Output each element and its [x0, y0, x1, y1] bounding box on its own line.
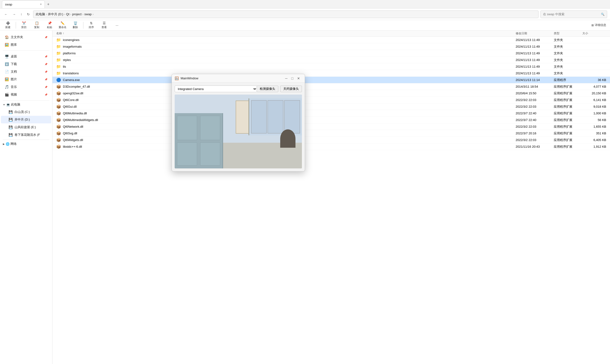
table-row[interactable]: 📁 platforms 2024/11/13 11:49 文件夹 [52, 50, 610, 57]
dll-icon: 📦 [56, 138, 61, 142]
popup-title: MainWindow [181, 77, 283, 80]
sort-button[interactable]: ⇅ 排序 [85, 21, 97, 30]
home-icon: 🏠 [5, 35, 9, 39]
sidebar-item-music-label: 音乐 [11, 85, 17, 89]
tab-close-button[interactable]: × [40, 3, 42, 6]
sidebar-item-videos[interactable]: 🎬 视频 📌 [1, 91, 51, 98]
desktop-icon: 🖥️ [5, 54, 9, 58]
table-row[interactable]: 📁 tls 2024/11/13 11:49 文件夹 [52, 63, 610, 70]
table-row[interactable]: 📁 translations 2024/11/13 11:49 文件夹 [52, 70, 610, 77]
view-button[interactable]: ☰ 查看 [98, 21, 110, 30]
file-date: 2024/11/13 11:49 [516, 52, 554, 55]
folder-icon: 📁 [56, 58, 61, 62]
sidebar-pinned-section: 🏠 主文件夹 📌 🖼️ 图库 [0, 32, 52, 50]
delete-label: 删除 [73, 26, 78, 29]
cut-label: 剪切 [21, 26, 26, 29]
new-button[interactable]: ➕ 新建 [2, 21, 14, 30]
file-type: 应用程序扩展 [554, 131, 582, 136]
sidebar-separator-3 [3, 140, 49, 140]
table-row[interactable]: 📁 imageformats 2024/11/13 11:49 文件夹 [52, 43, 610, 50]
refresh-button[interactable]: ↻ [26, 12, 31, 17]
sidebar-item-music[interactable]: 🎵 音乐 📌 [1, 83, 51, 91]
file-date: 2021/11/16 20:43 [516, 145, 554, 148]
more-button[interactable]: ··· [111, 21, 123, 30]
paste-label: 粘贴 [47, 26, 52, 29]
sidebar-item-downloads-label: 下载 [11, 62, 17, 66]
breadcrumb-this-pc[interactable]: 此电脑 [36, 12, 45, 16]
sidebar-item-desktop[interactable]: 🖥️ 桌面 📌 [1, 53, 51, 60]
breadcrumb-d-drive[interactable]: 井中月 (D:) [48, 12, 63, 16]
sidebar-item-downloads[interactable]: ⬇️ 下载 📌 [1, 60, 51, 68]
sidebar-item-e-drive[interactable]: 💾 山风轻捷屋 (E:) [1, 123, 51, 131]
breadcrumb-swap[interactable]: swap [84, 13, 91, 16]
new-tab-button[interactable]: + [45, 1, 51, 7]
sidebar-group-this-pc[interactable]: ▼ 💻 此电脑 [1, 102, 51, 108]
col-date: 修改日期 [516, 31, 554, 36]
copy-label: 复制 [34, 26, 39, 29]
folder-icon: 📁 [56, 64, 61, 69]
file-type: 应用程序扩展 [554, 85, 582, 89]
sidebar-group-network[interactable]: ▶ 🌐 网络 [1, 141, 51, 147]
table-row[interactable]: 📦 Qt6Multimedia.dll 2022/3/7 22:40 应用程序扩… [52, 110, 610, 117]
dll-icon: 📦 [56, 98, 61, 102]
popup-close-button[interactable]: ✕ [295, 76, 302, 81]
table-row[interactable]: 📦 opengl32sw.dll 2020/6/4 15:50 应用程序扩展 2… [52, 90, 610, 97]
search-input[interactable] [543, 13, 601, 16]
file-type: 文件夹 [554, 51, 582, 55]
table-row[interactable]: 📦 libstdc++-6.dll 2021/11/16 20:43 应用程序扩… [52, 143, 610, 150]
file-date: 2014/3/11 18:54 [516, 85, 554, 88]
dll-icon: 📦 [56, 104, 61, 109]
sidebar-item-gallery[interactable]: 🖼️ 图库 [1, 41, 51, 49]
camera-select[interactable]: Integrated Camera [175, 86, 257, 92]
breadcrumb-qt[interactable]: Qt [66, 13, 69, 16]
file-name-label: Qt6Network.dll [63, 125, 83, 128]
sidebar-item-pictures[interactable]: 🖼️ 图片 📌 [1, 76, 51, 83]
sidebar-item-documents[interactable]: 📄 文档 📌 [1, 68, 51, 76]
table-row[interactable]: 📦 Qt6Gui.dll 2022/3/2 22:03 应用程序扩展 9,018… [52, 104, 610, 110]
detail-button[interactable]: ⊞ 详细信息 [589, 22, 608, 28]
back-button[interactable]: ← [3, 12, 9, 17]
popup-maximize-button[interactable]: □ [289, 76, 295, 81]
rename-button[interactable]: ✏️ 重命名 [56, 21, 68, 30]
tab-title: swap [5, 3, 38, 6]
rename-icon: ✏️ [61, 21, 65, 25]
sidebar-item-f-drive[interactable]: 💾 卷下落花随流水 (F [1, 131, 51, 139]
close-camera-button[interactable]: 关闭摄像头 [280, 86, 302, 92]
table-row[interactable]: 📁 iconengines 2024/11/13 11:49 文件夹 [52, 37, 610, 43]
table-row[interactable]: 📦 Qt6MultimediaWidgets.dll 2022/3/7 22:4… [52, 117, 610, 123]
breadcrumb-project[interactable]: project [72, 13, 81, 16]
sidebar-item-d-drive[interactable]: 💾 井中月 (D:) [1, 116, 51, 123]
file-name-label: Qt6Multimedia.dll [63, 112, 87, 115]
file-type: 应用程序扩展 [554, 111, 582, 116]
e-drive-icon: 💾 [9, 125, 13, 129]
sort-icon: ⇅ [90, 21, 93, 25]
file-size: 1,912 KB [582, 145, 606, 148]
dll-icon: 📦 [56, 111, 61, 116]
forward-button[interactable]: → [11, 12, 17, 17]
table-row[interactable]: 📦 D3Dcompiler_47.dll 2014/3/11 18:54 应用程… [52, 83, 610, 90]
table-row[interactable]: 📦 Qt6Network.dll 2022/3/2 22:03 应用程序扩展 1… [52, 123, 610, 130]
copy-button[interactable]: 📋 复制 [31, 21, 43, 30]
table-row[interactable]: 📁 styles 2024/11/13 11:49 文件夹 [52, 57, 610, 63]
this-pc-arrow: ▼ [3, 104, 5, 106]
search-box[interactable]: 🔍 [540, 11, 607, 18]
network-label: 网络 [11, 142, 17, 146]
file-date: 2022/3/2 22:03 [516, 105, 554, 108]
pictures-icon: 🖼️ [5, 78, 9, 81]
delete-button[interactable]: 🗑️ 删除 [69, 21, 81, 30]
up-button[interactable]: ↑ [19, 12, 24, 17]
tab-swap[interactable]: swap × [2, 0, 45, 8]
cut-icon: ✂️ [22, 21, 26, 25]
table-row[interactable]: 📦 Qt6Core.dll 2022/3/2 22:03 应用程序扩展 6,14… [52, 97, 610, 104]
table-row[interactable]: 📦 Qt6Svg.dll 2022/3/7 20:16 应用程序扩展 351 K… [52, 130, 610, 137]
table-row[interactable]: 🔵 Camera.exe 2024/11/13 11:14 应用程序 36 KB [52, 77, 610, 83]
detect-camera-button[interactable]: 检测摄像头 [257, 86, 278, 92]
sidebar-item-c-drive[interactable]: 💾 白山茂 (C:) [1, 108, 51, 116]
paste-button[interactable]: 📌 粘贴 [44, 21, 55, 30]
popup-minimize-button[interactable]: ─ [283, 76, 289, 81]
cut-button[interactable]: ✂️ 剪切 [18, 21, 30, 30]
sidebar-item-home[interactable]: 🏠 主文件夹 📌 [1, 33, 51, 41]
table-row[interactable]: 📦 Qt6Widgets.dll 2022/3/2 22:03 应用程序扩展 6… [52, 137, 610, 143]
file-size: 6,405 KB [582, 138, 606, 142]
camera-scene [175, 95, 302, 169]
